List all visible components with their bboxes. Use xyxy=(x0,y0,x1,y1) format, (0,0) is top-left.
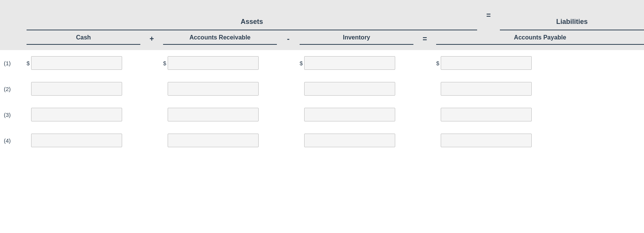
ar-input-3[interactable] xyxy=(168,108,259,121)
cash-column-header: Cash xyxy=(76,34,91,41)
ar-input-4[interactable] xyxy=(168,134,259,147)
row-label-2: (2) xyxy=(4,86,27,92)
ap-input-2[interactable] xyxy=(441,82,532,96)
cash-input-1[interactable] xyxy=(31,56,122,70)
dollar-sign-ar-1: $ xyxy=(163,60,166,66)
cash-input-2[interactable] xyxy=(31,82,122,96)
dollar-sign-cash-1: $ xyxy=(27,60,30,66)
dollar-sign-inv-1: $ xyxy=(300,60,303,66)
inventory-input-3[interactable] xyxy=(304,108,395,121)
row-label-3: (3) xyxy=(4,112,27,118)
inventory-input-4[interactable] xyxy=(304,134,395,147)
ar-input-2[interactable] xyxy=(168,82,259,96)
table-row: (3) $ $ $ $ xyxy=(4,102,644,128)
assets-header-title: Assets xyxy=(240,18,263,26)
row-label-4: (4) xyxy=(4,137,27,144)
inventory-input-2[interactable] xyxy=(304,82,395,96)
ar-input-1[interactable] xyxy=(168,56,259,70)
liabilities-header-title: Liabilities xyxy=(556,18,587,26)
ap-input-3[interactable] xyxy=(441,108,532,121)
cash-input-3[interactable] xyxy=(31,108,122,121)
minus-operator-1: - xyxy=(277,35,300,45)
dollar-sign-ap-1: $ xyxy=(436,60,439,66)
table-row: (2) $ $ $ $ xyxy=(4,76,644,102)
ap-input-1[interactable] xyxy=(441,56,532,70)
ap-column-header: Accounts Payable xyxy=(514,34,566,41)
table-row: (1) $ $ $ $ xyxy=(4,50,644,76)
plus-operator-1: + xyxy=(140,35,163,45)
cash-input-4[interactable] xyxy=(31,134,122,147)
equals-sign-1: = xyxy=(477,0,500,30)
table-row: (4) $ $ $ $ xyxy=(4,128,644,153)
inventory-column-header: Inventory xyxy=(343,34,370,41)
inventory-input-1[interactable] xyxy=(304,56,395,70)
equals-operator-2: = xyxy=(413,35,436,45)
ar-column-header: Accounts Receivable xyxy=(190,34,251,41)
ap-input-4[interactable] xyxy=(441,134,532,147)
row-label-1: (1) xyxy=(4,60,27,66)
